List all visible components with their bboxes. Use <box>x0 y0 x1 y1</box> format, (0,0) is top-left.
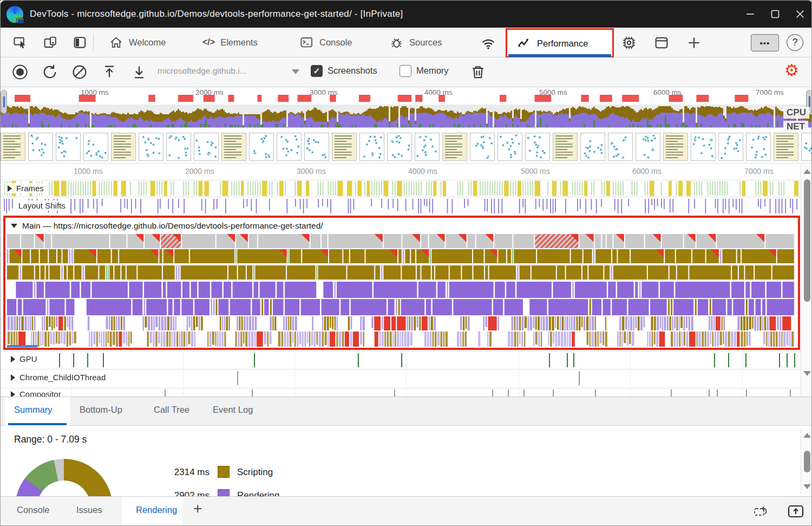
active-tab-underline <box>8 423 67 425</box>
screenshots-filmstrip[interactable] <box>1 132 812 162</box>
scroll-up-arrow[interactable] <box>803 169 811 174</box>
divider <box>1 127 812 128</box>
axis-label: 4000 ms <box>408 167 437 176</box>
collapsed-arrow-icon <box>8 185 12 192</box>
cpu-track-label: CPU <box>783 107 809 119</box>
ruler-label: 5000 ms <box>539 88 567 96</box>
collapsed-arrow-icon <box>11 374 15 381</box>
reset-view-icon[interactable] <box>753 504 770 519</box>
memory-tab-icon[interactable] <box>621 35 637 51</box>
childio-track-canvas[interactable] <box>1 370 801 387</box>
focus-mode-icon[interactable] <box>72 35 88 51</box>
scroll-down-arrow[interactable] <box>803 371 811 376</box>
memory-checkbox[interactable] <box>400 65 411 77</box>
tab-summary[interactable]: Summary <box>14 405 53 415</box>
tab-call-tree[interactable]: Call Tree <box>154 405 189 415</box>
toolbar-separator <box>93 34 94 51</box>
divider <box>1 351 801 352</box>
ruler-label: 4000 ms <box>424 88 453 96</box>
help-button[interactable]: ? <box>787 34 803 51</box>
gpu-track-canvas[interactable] <box>1 352 801 368</box>
scrollbar-thumb[interactable] <box>804 179 810 302</box>
clear-recording-button[interactable] <box>71 63 88 81</box>
tab-bottom-up[interactable]: Bottom-Up <box>80 405 122 415</box>
legend-swatch-rendering <box>218 489 230 496</box>
tab-performance[interactable]: Performance <box>516 29 588 58</box>
tab-sources[interactable]: Sources <box>389 28 442 57</box>
ruler-label: 2000 ms <box>195 88 224 96</box>
activity-donut-chart <box>15 459 113 496</box>
collapsed-arrow-icon <box>11 356 15 362</box>
more-tabs-icon[interactable] <box>686 35 702 51</box>
code-icon: </> <box>202 37 215 47</box>
maximize-button[interactable] <box>763 1 788 28</box>
inspect-icon[interactable] <box>12 35 29 51</box>
main-track-header[interactable]: Main — https://microsoftedge.github.io/D… <box>11 221 323 231</box>
timeline-overview[interactable]: 1000 ms 2000 ms 3000 ms 4000 ms 5000 ms … <box>1 87 812 127</box>
cpu-overview-canvas[interactable] <box>1 87 812 127</box>
donut-hole <box>37 480 91 496</box>
tab-welcome[interactable]: Welcome <box>109 28 166 57</box>
summary-scrollbar[interactable] <box>801 430 812 493</box>
tab-event-log[interactable]: Event Log <box>213 405 253 415</box>
bug-icon <box>389 35 404 50</box>
axis-label: 5000 ms <box>521 167 550 176</box>
edge-inprivate-icon <box>6 6 23 23</box>
ruler-label: 6000 ms <box>653 88 682 96</box>
window-title: DevTools - microsoftedge.github.io/Demos… <box>30 9 403 20</box>
axis-label: 2000 ms <box>185 167 214 176</box>
screenshots-label: Screenshots <box>328 66 377 76</box>
ruler-label: 7000 ms <box>756 88 784 96</box>
screenshots-checkbox[interactable]: ✓ <box>311 65 323 77</box>
profile-select-dropdown[interactable]: microsoftedge.github.i... <box>158 66 247 76</box>
customize-devtools-button[interactable]: ••• <box>751 34 779 51</box>
scroll-up-arrow[interactable] <box>803 433 811 438</box>
legend-label: Rendering <box>237 490 279 496</box>
legend-value: 2314 ms <box>161 467 209 478</box>
devtools-window: DevTools - microsoftedge.github.io/Demos… <box>0 0 812 526</box>
main-flame-chart-canvas[interactable] <box>6 234 797 348</box>
divider <box>1 369 801 369</box>
left-drag-handle[interactable] <box>1 90 7 114</box>
drawer-tab-console[interactable]: Console <box>17 505 50 515</box>
trash-icon[interactable] <box>469 63 487 81</box>
upload-profile-button[interactable] <box>101 63 118 81</box>
chevron-down-icon[interactable] <box>292 69 299 74</box>
compositor-track-canvas[interactable] <box>1 388 801 397</box>
tab-console[interactable]: Console <box>299 28 352 57</box>
download-profile-button[interactable] <box>130 63 148 81</box>
range-label: Range: 0 - 7.09 s <box>14 434 87 445</box>
expand-panel-icon[interactable] <box>787 503 805 519</box>
scrollbar-thumb[interactable] <box>804 451 810 472</box>
drawer-tab-rendering[interactable]: Rendering <box>136 505 177 515</box>
gpu-track-header[interactable]: GPU <box>8 354 40 364</box>
time-axis: 1000 ms 2000 ms 3000 ms 4000 ms 5000 ms … <box>1 164 801 180</box>
active-tab-underline <box>508 54 611 57</box>
console-icon <box>299 35 314 50</box>
title-bar: DevTools - microsoftedge.github.io/Demos… <box>1 1 812 28</box>
close-button[interactable] <box>788 1 812 28</box>
capture-settings-gear-icon[interactable]: ⚙ <box>784 62 799 79</box>
add-drawer-tab-icon[interactable]: + <box>193 500 202 517</box>
application-tab-icon[interactable] <box>653 35 670 51</box>
network-conditions-icon[interactable] <box>480 35 496 51</box>
frames-track-header[interactable]: Frames <box>5 183 47 193</box>
drawer-tab-issues[interactable]: Issues <box>76 505 102 515</box>
tab-elements[interactable]: </> Elements <box>202 28 258 57</box>
frames-track-canvas[interactable] <box>1 180 801 197</box>
layout-shifts-track-header[interactable]: Layout Shifts <box>16 200 68 211</box>
timeline-scrollbar[interactable] <box>801 165 812 397</box>
performance-icon <box>516 36 532 51</box>
layout-shifts-track-canvas[interactable] <box>1 198 801 215</box>
net-track-label: NET <box>783 121 808 133</box>
record-button[interactable] <box>11 63 29 81</box>
summary-panel: Range: 0 - 7.09 s 2314 ms Scripting 2902… <box>1 426 801 496</box>
legend-label: Scripting <box>237 467 273 478</box>
device-emulation-icon[interactable] <box>42 35 58 51</box>
reload-record-button[interactable] <box>41 63 58 81</box>
childio-track-header[interactable]: Chrome_ChildIOThread <box>8 372 108 382</box>
axis-label: 6000 ms <box>632 167 662 176</box>
ruler-label: 3000 ms <box>310 88 338 96</box>
minimize-button[interactable] <box>738 1 763 28</box>
scroll-down-arrow[interactable] <box>803 484 811 489</box>
